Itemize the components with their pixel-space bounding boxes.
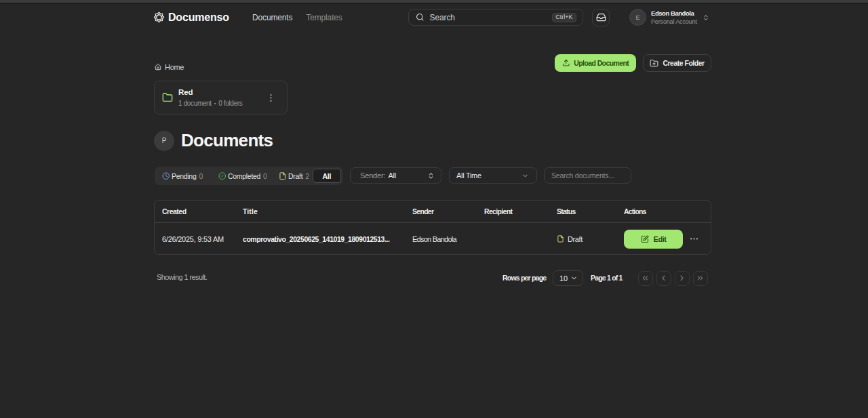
tab-draft-count: 2	[305, 172, 309, 180]
row-sender: Edson Bandola	[412, 235, 456, 243]
documents-search-input[interactable]	[544, 167, 631, 184]
table-header: Created Title Sender Recipient Status Ac…	[155, 201, 711, 223]
edit-button-label: Edit	[654, 235, 667, 243]
user-avatar: E	[629, 9, 646, 26]
row-actions: Edit	[624, 223, 699, 255]
chevron-left-icon	[659, 274, 668, 283]
sender-select[interactable]: Sender: All	[350, 167, 441, 184]
chevrons-right-icon	[696, 274, 705, 283]
table-row: 6/26/2025, 9:53 AM comprovativo_20250625…	[155, 223, 711, 255]
page-heading: P Documents	[154, 130, 273, 151]
inbox-icon	[596, 12, 606, 22]
tab-draft[interactable]: Draft 2	[273, 169, 311, 183]
rows-per-page-label: Rows per page	[502, 274, 546, 282]
folder-meta-separator: •	[214, 100, 216, 108]
breadcrumb-home-label: Home	[165, 63, 184, 71]
tab-completed-count: 0	[263, 172, 267, 180]
folder-icon	[162, 92, 173, 103]
nav-documents[interactable]: Documents	[252, 13, 292, 22]
col-sender: Sender	[412, 207, 433, 215]
row-created: 6/26/2025, 9:53 AM	[162, 235, 224, 243]
filters-row: Pending 0 Completed 0 Draft 2 All Sender…	[154, 167, 711, 185]
documenso-logo-icon	[153, 12, 165, 23]
breadcrumb[interactable]: Home	[155, 63, 184, 71]
nav-templates[interactable]: Templates	[306, 13, 342, 22]
user-menu[interactable]: E Edson Bandola Personal Account	[629, 0, 709, 35]
col-title: Title	[243, 207, 258, 215]
user-name: Edson Bandola	[651, 9, 697, 18]
more-vertical-icon	[266, 93, 276, 103]
tab-all[interactable]: All	[313, 169, 341, 183]
chevron-down-icon	[521, 172, 529, 180]
tab-pending-count: 0	[199, 172, 203, 180]
prev-page-button[interactable]	[656, 271, 671, 286]
first-page-button[interactable]	[638, 271, 653, 286]
col-actions: Actions	[624, 207, 646, 215]
user-account-type: Personal Account	[651, 18, 697, 26]
brand-name: Documenso	[168, 12, 229, 24]
file-icon	[279, 172, 287, 180]
chevron-right-icon	[677, 274, 686, 283]
folder-texts: Red 1 document•0 folders	[178, 87, 242, 108]
folder-meta: 1 document•0 folders	[178, 100, 242, 108]
page-indicator: Page 1 of 1	[591, 274, 623, 282]
app-header: Documenso Documents Templates Search Ctr…	[154, 0, 711, 35]
last-page-button[interactable]	[693, 271, 708, 286]
next-page-button[interactable]	[675, 271, 690, 286]
sender-select-value: All	[388, 171, 395, 180]
status-tabs: Pending 0 Completed 0 Draft 2 All	[155, 167, 343, 185]
home-icon	[155, 64, 161, 70]
folder-name: Red	[178, 87, 242, 97]
edit-button[interactable]: Edit	[624, 230, 683, 249]
folder-doc-count: 1 document	[178, 100, 212, 108]
upload-icon	[562, 59, 570, 67]
rows-per-page-value: 10	[559, 274, 568, 283]
col-created: Created	[162, 207, 186, 215]
documents-table: Created Title Sender Recipient Status Ac…	[154, 200, 711, 255]
tab-pending-label: Pending	[172, 172, 196, 180]
tab-pending[interactable]: Pending 0	[157, 169, 213, 183]
inbox-button[interactable]	[592, 9, 610, 26]
create-folder-button[interactable]: Create Folder	[643, 54, 711, 72]
row-more-button[interactable]	[689, 234, 699, 244]
tab-draft-label: Draft	[288, 172, 302, 180]
tab-completed-label: Completed	[228, 172, 260, 180]
chevron-down-icon	[570, 274, 578, 282]
results-summary: Showing 1 result.	[157, 273, 207, 281]
folder-menu-button[interactable]	[266, 93, 276, 103]
search-label: Search	[430, 13, 455, 22]
tab-all-label: All	[322, 172, 331, 180]
period-select-value: All Time	[456, 171, 481, 180]
sender-select-label: Sender:	[360, 171, 385, 180]
clock-icon	[162, 172, 170, 180]
upload-document-button[interactable]: Upload Document	[555, 54, 636, 72]
chevrons-left-icon	[641, 274, 650, 283]
period-select[interactable]: All Time	[449, 167, 537, 184]
tab-completed[interactable]: Completed 0	[213, 169, 273, 183]
user-names: Edson Bandola Personal Account	[651, 9, 697, 26]
row-title[interactable]: comprovativo_20250625_141019_1809012513.…	[243, 235, 389, 243]
upload-document-label: Upload Document	[574, 59, 629, 67]
more-horizontal-icon	[689, 234, 699, 244]
folder-folder-count: 0 folders	[218, 100, 242, 108]
pagination	[638, 271, 708, 286]
folder-card-red[interactable]: Red 1 document•0 folders	[154, 81, 288, 114]
chevrons-up-down-icon	[427, 172, 435, 180]
search-icon	[416, 13, 425, 22]
create-folder-label: Create Folder	[663, 59, 704, 67]
col-recipient: Recipient	[484, 207, 512, 215]
check-circle-icon	[218, 172, 226, 180]
main-nav: Documents Templates	[252, 0, 342, 35]
chevrons-up-down-icon	[703, 14, 709, 21]
row-status-label: Draft	[568, 235, 583, 243]
file-icon	[557, 235, 564, 243]
page-title: Documents	[181, 130, 273, 151]
global-search-button[interactable]: Search Ctrl+K	[408, 9, 583, 26]
edit-icon	[641, 235, 649, 243]
row-status: Draft	[557, 223, 583, 255]
col-status: Status	[557, 207, 576, 215]
rows-per-page-select[interactable]: 10	[553, 270, 583, 286]
brand[interactable]: Documenso	[153, 0, 229, 35]
search-shortcut-badge: Ctrl+K	[552, 13, 576, 22]
table-footer: Showing 1 result. Rows per page 10 Page …	[154, 270, 711, 286]
